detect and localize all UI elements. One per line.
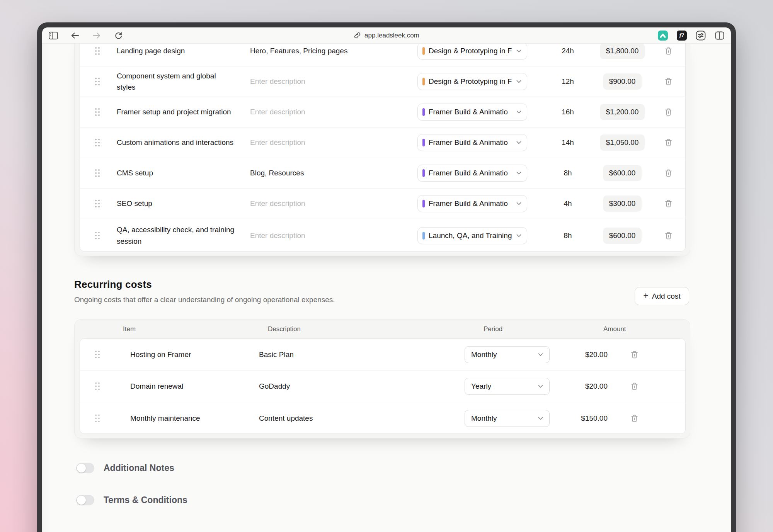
description-field[interactable]: Content updates — [243, 414, 465, 423]
description-field[interactable]: Enter description — [248, 77, 415, 86]
table-row: SEO setup Enter description Framer Build… — [80, 189, 685, 219]
plus-icon: + — [643, 291, 648, 301]
item-name-field[interactable]: SEO setup — [115, 198, 248, 209]
hours-field[interactable]: 24h — [527, 47, 597, 55]
address-bar[interactable]: app.leadsleek.com — [354, 27, 419, 43]
hours-field[interactable]: 4h — [527, 199, 597, 208]
forward-button-icon[interactable] — [92, 31, 102, 41]
phase-color-indicator — [422, 47, 425, 55]
split-view-icon[interactable] — [715, 31, 725, 41]
item-name-field[interactable]: Monthly maintenance — [115, 413, 243, 424]
terms-conditions-toggle[interactable] — [76, 495, 94, 505]
recurring-costs-subtitle: Ongoing costs that offer a clear underst… — [74, 296, 335, 304]
chevron-down-icon — [516, 80, 521, 83]
phase-dropdown[interactable]: Design & Prototyping in F — [417, 44, 527, 59]
chevron-down-icon — [516, 141, 521, 144]
delete-row-icon[interactable] — [664, 77, 673, 86]
delete-row-icon[interactable] — [630, 350, 638, 359]
item-name-field[interactable]: Custom animations and interactions — [115, 137, 248, 148]
delete-row-icon[interactable] — [664, 231, 673, 240]
amount-value[interactable]: $300.00 — [603, 195, 642, 212]
description-field[interactable]: Enter description — [248, 199, 415, 208]
add-cost-button[interactable]: + Add cost — [635, 287, 689, 305]
phase-dropdown[interactable]: Framer Build & Animatio — [417, 165, 527, 182]
chevron-down-icon — [516, 49, 521, 53]
description-field[interactable]: Basic Plan — [243, 350, 465, 359]
drag-handle-icon[interactable] — [95, 169, 100, 177]
hours-field[interactable]: 12h — [527, 77, 597, 86]
period-dropdown[interactable]: Yearly — [465, 378, 550, 395]
drag-handle-icon[interactable] — [95, 139, 100, 146]
table-row: Custom animations and interactions Enter… — [80, 127, 685, 158]
phase-dropdown[interactable]: Design & Prototyping in F — [417, 73, 527, 90]
amount-value[interactable]: $600.00 — [603, 165, 642, 181]
back-button-icon[interactable] — [70, 31, 80, 41]
phase-dropdown-value: Design & Prototyping in F — [429, 47, 512, 55]
amount-value[interactable]: $20.00 — [550, 350, 608, 359]
column-header-period: Period — [484, 325, 502, 333]
font-extension-icon[interactable]: f? — [677, 31, 687, 41]
amount-value[interactable]: $600.00 — [603, 228, 642, 244]
chevron-down-icon — [516, 234, 521, 237]
hours-field[interactable]: 14h — [527, 138, 597, 147]
amount-value[interactable]: $150.00 — [550, 414, 608, 423]
period-dropdown[interactable]: Monthly — [465, 410, 550, 427]
delete-row-icon[interactable] — [664, 138, 673, 147]
item-name-field[interactable]: Hosting on Framer — [115, 349, 243, 360]
table-row: Component system and global styles Enter… — [80, 66, 685, 97]
drag-handle-icon[interactable] — [95, 47, 100, 55]
drag-handle-icon[interactable] — [95, 108, 100, 116]
amount-value[interactable]: $1,200.00 — [600, 104, 645, 120]
phase-color-indicator — [422, 78, 425, 85]
sidebar-toggle-icon[interactable] — [48, 31, 58, 41]
delete-row-icon[interactable] — [630, 414, 638, 423]
item-name-field[interactable]: Landing page design — [115, 45, 248, 56]
drag-handle-icon[interactable] — [95, 78, 100, 85]
description-field[interactable]: Enter description — [248, 231, 415, 240]
hours-field[interactable]: 16h — [527, 108, 597, 116]
period-dropdown-value: Monthly — [471, 414, 497, 423]
hours-field[interactable]: 8h — [527, 169, 597, 177]
table-row: Hosting on Framer Basic Plan Monthly $20… — [80, 339, 685, 371]
delete-row-icon[interactable] — [664, 169, 673, 177]
table-row: Domain renewal GoDaddy Yearly $20.00 — [80, 371, 685, 402]
reload-button-icon[interactable] — [113, 31, 123, 41]
item-name-field[interactable]: Framer setup and project migration — [115, 106, 248, 117]
delete-row-icon[interactable] — [664, 108, 673, 116]
phase-dropdown-value: Framer Build & Animatio — [429, 199, 512, 208]
hours-field[interactable]: 8h — [527, 231, 597, 240]
description-field[interactable]: GoDaddy — [243, 382, 465, 391]
terms-conditions-toggle-row: Terms & Conditions — [76, 495, 187, 505]
delete-row-icon[interactable] — [630, 382, 638, 391]
description-field[interactable]: Enter description — [248, 138, 415, 147]
amount-value[interactable]: $1,800.00 — [600, 44, 645, 59]
description-field[interactable]: Blog, Resources — [248, 169, 415, 177]
amount-value[interactable]: $1,050.00 — [600, 134, 645, 151]
amount-value[interactable]: $900.00 — [603, 73, 642, 90]
drag-handle-icon[interactable] — [95, 382, 100, 390]
description-field[interactable]: Enter description — [248, 108, 415, 116]
amount-value[interactable]: $20.00 — [550, 382, 608, 391]
teal-extension-icon[interactable] — [658, 31, 668, 41]
phase-color-indicator — [422, 200, 425, 207]
item-name-field[interactable]: Component system and global styles — [115, 70, 248, 93]
period-dropdown[interactable]: Monthly — [465, 346, 550, 363]
table-row: QA, accessibility check, and training se… — [80, 219, 685, 252]
phase-color-indicator — [422, 108, 425, 116]
phase-dropdown[interactable]: Framer Build & Animatio — [417, 104, 527, 121]
delete-row-icon[interactable] — [664, 199, 673, 208]
drag-handle-icon[interactable] — [95, 351, 100, 359]
description-field[interactable]: Hero, Features, Pricing pages — [248, 47, 415, 55]
phase-dropdown[interactable]: Launch, QA, and Training — [417, 227, 527, 244]
item-name-field[interactable]: Domain renewal — [115, 381, 243, 392]
delete-row-icon[interactable] — [664, 47, 673, 55]
additional-notes-toggle[interactable] — [76, 463, 94, 473]
phase-dropdown[interactable]: Framer Build & Animatio — [417, 134, 527, 151]
item-name-field[interactable]: CMS setup — [115, 167, 248, 178]
item-name-field[interactable]: QA, accessibility check, and training se… — [115, 224, 248, 247]
phase-dropdown[interactable]: Framer Build & Animatio — [417, 195, 527, 212]
drag-handle-icon[interactable] — [95, 200, 100, 207]
settings-sliders-icon[interactable] — [696, 31, 706, 41]
drag-handle-icon[interactable] — [95, 232, 100, 240]
drag-handle-icon[interactable] — [95, 415, 100, 422]
